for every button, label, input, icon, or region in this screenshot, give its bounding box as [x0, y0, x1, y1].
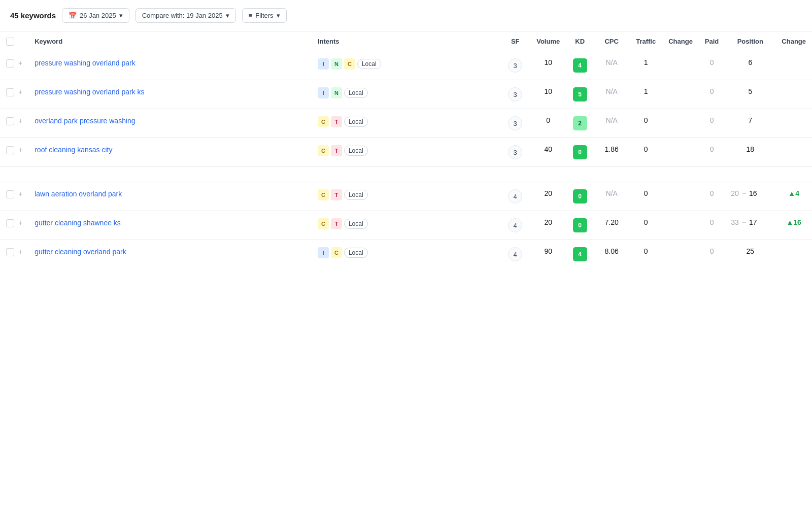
row-select-cell: + [0, 80, 28, 109]
sf-cell: 3 [500, 109, 530, 138]
keyword-link[interactable]: gutter cleaning shawnee ks [35, 219, 121, 227]
position-arrow-icon: → [741, 190, 747, 197]
traffic-change-cell [662, 80, 699, 109]
intent-badge-c: C [318, 189, 329, 200]
cpc-cell: N/A [594, 182, 629, 211]
position-to: 17 [749, 218, 757, 226]
date-button[interactable]: 📅 26 Jan 2025 ▾ [62, 8, 129, 23]
position-arrow-icon: → [741, 219, 747, 226]
keyword-link[interactable]: pressure washing overland park ks [35, 88, 144, 96]
add-keyword-button[interactable]: + [18, 117, 22, 125]
sf-badge: 3 [508, 87, 522, 101]
select-all-checkbox[interactable] [6, 38, 14, 46]
filter-icon: ≡ [249, 12, 253, 19]
kd-cell: 5 [566, 80, 594, 109]
volume-cell: 10 [530, 51, 566, 80]
chevron-down-icon: ▾ [277, 12, 280, 19]
volume-cell: 20 [530, 211, 566, 240]
keyword-link[interactable]: pressure washing overland park [35, 59, 135, 67]
keyword-link[interactable]: lawn aeration overland park [35, 190, 122, 198]
position-cell: 18 [725, 138, 775, 167]
kd-header: KD [566, 31, 594, 51]
traffic-cell: 0 [629, 182, 662, 211]
keyword-cell: overland park pressure washing [28, 109, 312, 138]
row-checkbox[interactable] [6, 219, 14, 227]
keyword-cell: lawn aeration overland park [28, 182, 312, 211]
up-arrow-icon: ▲ [786, 218, 793, 226]
add-keyword-button[interactable]: + [18, 219, 22, 227]
add-keyword-button[interactable]: + [18, 248, 22, 256]
sf-badge: 4 [508, 247, 522, 261]
intent-local-badge: Local [344, 248, 368, 258]
chevron-down-icon: ▾ [226, 12, 229, 19]
kd-badge: 2 [573, 116, 587, 130]
kd-cell: 0 [566, 182, 594, 211]
traffic-change-cell [662, 211, 699, 240]
kd-cell: 4 [566, 240, 594, 269]
intent-badge-n: N [331, 87, 342, 98]
paid-cell: 0 [699, 51, 725, 80]
paid-cell: 0 [699, 240, 725, 269]
compare-label: Compare with: 19 Jan 2025 [142, 12, 223, 19]
sf-cell: 4 [500, 182, 530, 211]
add-keyword-button[interactable]: + [18, 59, 22, 67]
cpc-header: CPC [594, 31, 629, 51]
intent-local-badge: Local [344, 146, 368, 156]
sf-badge: 4 [508, 218, 522, 232]
cpc-cell: N/A [594, 109, 629, 138]
intent-badge-t: T [331, 218, 342, 229]
row-checkbox[interactable] [6, 59, 14, 67]
kd-cell: 0 [566, 211, 594, 240]
cpc-cell: 1.86 [594, 138, 629, 167]
keyword-link[interactable]: gutter cleaning overland park [35, 248, 126, 256]
intents-cell: INLocal [312, 80, 500, 109]
compare-button[interactable]: Compare with: 19 Jan 2025 ▾ [136, 8, 236, 23]
sf-cell: 3 [500, 138, 530, 167]
filters-button[interactable]: ≡ Filters ▾ [242, 8, 287, 23]
intent-badge-c: C [318, 116, 329, 127]
volume-header: Volume [530, 31, 566, 51]
keyword-link[interactable]: roof cleaning kansas city [35, 146, 112, 154]
keyword-cell: pressure washing overland park ks [28, 80, 312, 109]
traffic-header: Traffic [629, 31, 662, 51]
kd-badge: 5 [573, 87, 587, 101]
paid-cell: 0 [699, 138, 725, 167]
intents-cell: CTLocal [312, 138, 500, 167]
position-change-value: ▲16 [782, 218, 806, 226]
paid-cell: 0 [699, 80, 725, 109]
kd-badge: 4 [573, 247, 587, 261]
table-row: +lawn aeration overland parkCTLocal4200N… [0, 182, 812, 211]
intent-badge-i: I [318, 247, 329, 258]
position-header: Position [725, 31, 775, 51]
traffic-change-cell [662, 51, 699, 80]
keyword-link[interactable]: overland park pressure washing [35, 117, 135, 125]
paid-cell: 0 [699, 211, 725, 240]
kd-cell: 4 [566, 51, 594, 80]
position-change-cell [775, 109, 812, 138]
position-change-cell [775, 80, 812, 109]
row-checkbox[interactable] [6, 117, 14, 125]
traffic-cell: 0 [629, 109, 662, 138]
intent-badge-i: I [318, 87, 329, 98]
row-checkbox[interactable] [6, 190, 14, 198]
sf-cell: 4 [500, 240, 530, 269]
keywords-table: Keyword Intents SF Volume KD CPC Traffic… [0, 31, 812, 268]
row-checkbox[interactable] [6, 248, 14, 256]
row-checkbox[interactable] [6, 146, 14, 154]
traffic-cell: 0 [629, 240, 662, 269]
kd-badge: 0 [573, 145, 587, 159]
keyword-cell: gutter cleaning overland park [28, 240, 312, 269]
position-change-cell [775, 51, 812, 80]
cpc-cell: N/A [594, 80, 629, 109]
traffic-change-cell [662, 109, 699, 138]
intents-cell: CTLocal [312, 211, 500, 240]
intents-header: Intents [312, 31, 500, 51]
table-row: +pressure washing overland park ksINLoca… [0, 80, 812, 109]
add-keyword-button[interactable]: + [18, 190, 22, 198]
row-checkbox[interactable] [6, 88, 14, 96]
add-keyword-button[interactable]: + [18, 88, 22, 96]
kd-badge: 0 [573, 189, 587, 204]
intent-local-badge: Local [344, 88, 368, 98]
volume-cell: 90 [530, 240, 566, 269]
add-keyword-button[interactable]: + [18, 146, 22, 154]
